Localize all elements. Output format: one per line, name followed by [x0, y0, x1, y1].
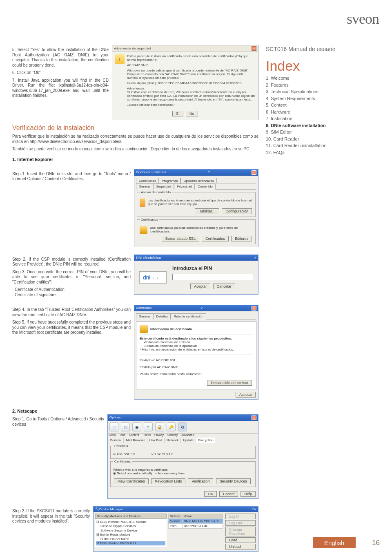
- ie-step3a: - Certificate of Authentication: [12, 287, 131, 293]
- advanced-icon[interactable]: ⚙: [178, 422, 187, 431]
- revocation-button[interactable]: Revocation Lists: [151, 478, 185, 484]
- tree-item[interactable]: ⊟ NSS Internal PKCS #11 Module: [96, 520, 165, 524]
- close-icon[interactable]: ×: [254, 256, 256, 260]
- netscape-options-dialog: Options× ⬚ ▭ ◉ ≡ 🔒 🔑 ⚙ Main Tabs: [107, 414, 258, 499]
- tab[interactable]: Opciones avanzadas: [180, 178, 217, 183]
- cancel-button[interactable]: Cancelar: [213, 284, 235, 289]
- subtab[interactable]: Network: [165, 438, 181, 443]
- tabs-icon[interactable]: ▭: [121, 422, 130, 431]
- index-item[interactable]: 5. Content: [266, 102, 347, 109]
- tab[interactable]: Privacidad: [174, 183, 195, 190]
- tree-item[interactable]: Builtin Object Token: [96, 537, 165, 541]
- subtab[interactable]: Update: [181, 438, 196, 443]
- index-item[interactable]: 8. DNIe software installation: [266, 122, 347, 129]
- tab[interactable]: General: [136, 183, 153, 190]
- yes-button[interactable]: Sí: [172, 111, 183, 116]
- tree-item[interactable]: ⊟ Builtin Roots Module: [96, 533, 165, 537]
- subtab-active[interactable]: Encryption: [196, 438, 216, 443]
- index-item[interactable]: 7. Installation: [266, 115, 347, 122]
- view-certs-button[interactable]: View Certificates: [114, 478, 149, 484]
- cert-text: Enviado a: AC DNIE 001: [140, 358, 253, 362]
- ns-step1: Step 1. Go to Tools / Options / Advanced…: [12, 417, 104, 427]
- accept-button[interactable]: Aceptar: [236, 392, 256, 398]
- accept-button[interactable]: Aceptar: [190, 284, 210, 289]
- index-item[interactable]: 4. System Requirements: [266, 95, 347, 102]
- group-title: Protocols: [113, 444, 129, 448]
- index-item[interactable]: 10. Card Reader: [266, 136, 347, 143]
- login-button[interactable]: Log In: [225, 514, 256, 519]
- feeds-icon[interactable]: ≡: [144, 422, 153, 431]
- internet-options-dialog: Opciones de Internet? × Conexiones Progr…: [134, 169, 258, 247]
- tab[interactable]: Conexiones: [136, 178, 159, 183]
- section-heading: Verificación de la instalación: [12, 124, 258, 132]
- tab[interactable]: Ruta de certificación: [171, 313, 206, 319]
- close-icon[interactable]: ×: [252, 416, 256, 420]
- cancel-button[interactable]: Cancel: [219, 491, 238, 497]
- close-icon[interactable]: ×: [252, 306, 256, 311]
- tab-active[interactable]: Contenido: [195, 183, 215, 190]
- load-button[interactable]: Load: [225, 537, 256, 543]
- unload-button[interactable]: Unload: [225, 544, 256, 550]
- privacy-icon[interactable]: 🔒: [155, 422, 164, 431]
- tree-item[interactable]: Generic Crypto Services: [96, 524, 165, 528]
- cell: Path: [168, 524, 182, 529]
- index-item[interactable]: 9. SIM Editor: [266, 129, 347, 136]
- change-pw-button[interactable]: Change Password: [225, 527, 256, 536]
- warn-line: Huella digital (sha1): B38FECEC 0B14BAA6…: [127, 81, 256, 85]
- index-item[interactable]: 6. Hardware: [266, 109, 347, 116]
- main-icon[interactable]: ⬚: [109, 422, 118, 431]
- ssl-checkbox[interactable]: Use SSL 3.0: [113, 452, 135, 456]
- no-button[interactable]: No: [186, 111, 198, 116]
- tree-item[interactable]: Software Security Device: [96, 529, 165, 533]
- device-tree[interactable]: ⊟ NSS Internal PKCS #11 Module Generic C…: [95, 519, 167, 547]
- ok-button[interactable]: OK: [204, 491, 217, 497]
- tls-checkbox[interactable]: Use TLS 1.0: [151, 452, 174, 456]
- warn-line: Advertencia:: [127, 87, 256, 90]
- config-button[interactable]: Configuración: [222, 208, 252, 214]
- index-list: 1. Welcome2. Features3. Technical Specif…: [266, 75, 347, 156]
- help-button[interactable]: Help: [241, 491, 256, 497]
- group-text: Las clasificaciones le ayudan a controla…: [148, 199, 253, 207]
- close-icon[interactable]: ×: [254, 507, 256, 511]
- tree-item-selected[interactable]: ⊟ DNIe Modulo PKCS # 11: [96, 541, 165, 545]
- verification-button[interactable]: Verification: [188, 478, 213, 484]
- enable-button[interactable]: Habilitar…: [195, 208, 219, 214]
- manual-title: SCT016 Manual de usuario: [266, 46, 347, 52]
- page: sveon 5. Select "Yes" to allow the insta…: [0, 0, 392, 554]
- shield-icon: [140, 199, 145, 207]
- pin-input[interactable]: [172, 274, 253, 280]
- ns-step2: Step 2. If the PKCS#11 module is correct…: [12, 509, 90, 524]
- index-item[interactable]: 12. FAQs: [266, 149, 347, 156]
- logout-button[interactable]: Log Out: [225, 520, 256, 526]
- content-icon[interactable]: ◉: [132, 422, 141, 431]
- radio-auto[interactable]: Select one automatically: [113, 471, 152, 475]
- page-number: 16: [372, 539, 380, 547]
- index-item[interactable]: 3. Technical Specifications: [266, 88, 347, 95]
- brand-logo: sveon: [347, 10, 379, 27]
- index-item[interactable]: 2. Features: [266, 82, 347, 89]
- cert-icon: [140, 325, 148, 333]
- group-title: Asesor de contenido: [140, 190, 172, 194]
- index-item[interactable]: 1. Welcome: [266, 75, 347, 82]
- tab[interactable]: Seguridad: [153, 183, 174, 190]
- subtab[interactable]: Mini Browser: [124, 438, 147, 443]
- options-icon-row: ⬚ ▭ ◉ ≡ 🔒 🔑 ⚙: [108, 421, 258, 433]
- subtab[interactable]: General: [108, 438, 124, 443]
- tab[interactable]: Programas: [159, 178, 180, 183]
- tab[interactable]: Detalles: [153, 313, 171, 319]
- issuer-statement-button[interactable]: Declaración del emisor: [207, 380, 252, 386]
- clear-ssl-button[interactable]: Borrar estado SSL: [162, 236, 199, 241]
- security-devices-button[interactable]: Security Devices: [216, 478, 251, 484]
- group-title: Certificates: [113, 460, 132, 463]
- tab-active[interactable]: General: [136, 313, 153, 319]
- publishers-button[interactable]: Editores: [231, 236, 252, 241]
- certificates-button[interactable]: Certificados: [202, 236, 229, 241]
- radio-ask[interactable]: Ask me every time: [155, 471, 185, 475]
- close-icon[interactable]: ×: [252, 170, 256, 175]
- security-icon[interactable]: 🔑: [167, 422, 176, 431]
- index-item[interactable]: 11. Card Reader uninstallation: [266, 142, 347, 149]
- cert-text: •Todas las directivas de la aplicación: [140, 344, 253, 348]
- close-icon[interactable]: ×: [252, 46, 256, 51]
- warn-line: AC RAIZ DNIE: [127, 63, 256, 67]
- subtab[interactable]: Link Pad: [147, 438, 165, 443]
